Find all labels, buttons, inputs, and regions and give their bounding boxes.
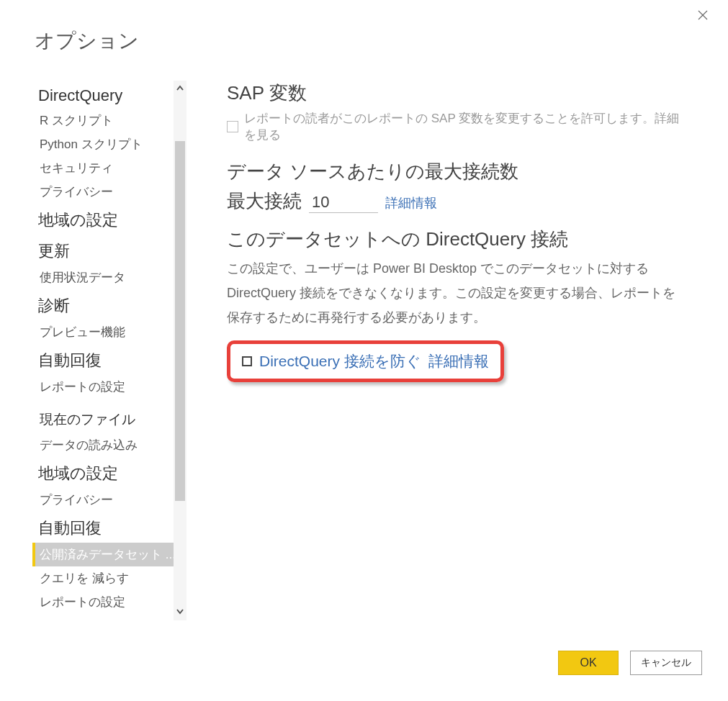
sap-desc: レポートの読者がこのレポートの SAP 変数を変更することを許可します。詳細を見…	[244, 110, 688, 143]
main-panel: SAP 変数 レポートの読者がこのレポートの SAP 変数を変更することを許可し…	[227, 81, 688, 620]
scroll-track[interactable]	[174, 98, 187, 603]
sidebar-item-regional-2[interactable]: 地域の設定	[32, 457, 174, 488]
sidebar-item-report-settings[interactable]: レポートの設定	[32, 375, 174, 399]
sidebar-item-privacy[interactable]: プライバシー	[32, 180, 174, 204]
dq-more-link[interactable]: 詳細情報	[428, 351, 489, 371]
ok-button[interactable]: OK	[558, 651, 619, 675]
maxconn-more-link[interactable]: 詳細情報	[385, 194, 437, 212]
sidebar-item-regional[interactable]: 地域の設定	[32, 204, 174, 235]
dialog-footer: OK キャンセル	[558, 651, 702, 675]
sap-title: SAP 変数	[227, 81, 688, 106]
sidebar-item-directquery[interactable]: DirectQuery	[32, 81, 174, 109]
sidebar: DirectQuery R スクリプト Python スクリプト セキュリティ …	[32, 81, 174, 620]
dq-prevent-label: DirectQuery 接続を防ぐ	[259, 351, 421, 371]
sidebar-item-privacy-2[interactable]: プライバシー	[32, 488, 174, 512]
dq-prevent-highlight: DirectQuery 接続を防ぐ 詳細情報	[227, 340, 504, 382]
cancel-button[interactable]: キャンセル	[630, 651, 702, 675]
dialog-title: オプション	[0, 0, 728, 55]
sidebar-item-diagnostics[interactable]: 診断	[32, 289, 174, 320]
sidebar-item-python-script[interactable]: Python スクリプト	[32, 132, 174, 156]
sidebar-item-auto-recovery[interactable]: 自動回復	[32, 344, 174, 375]
sidebar-item-report-settings-2[interactable]: レポートの設定	[32, 590, 174, 614]
sidebar-scrollbar[interactable]	[174, 81, 187, 620]
dq-title: このデータセットへの DirectQuery 接続	[227, 227, 688, 252]
sidebar-item-auto-recovery-2[interactable]: 自動回復	[32, 512, 174, 543]
sidebar-item-r-script[interactable]: R スクリプト	[32, 109, 174, 132]
sidebar-item-usage-data[interactable]: 使用状況データ	[32, 266, 174, 289]
maxconn-label: 最大接続	[227, 189, 302, 214]
sidebar-item-security[interactable]: セキュリティ	[32, 156, 174, 180]
maxconn-title: データ ソースあたりの最大接続数	[227, 159, 688, 184]
scroll-down-icon[interactable]	[176, 606, 184, 618]
sidebar-item-preview-features[interactable]: プレビュー機能	[32, 320, 174, 344]
maxconn-input[interactable]	[309, 193, 378, 213]
close-button[interactable]	[696, 9, 714, 26]
scroll-thumb[interactable]	[175, 141, 185, 501]
sidebar-section-current-file: 現在のファイル	[32, 399, 174, 433]
scroll-up-icon[interactable]	[176, 83, 184, 95]
sap-checkbox[interactable]	[227, 121, 238, 132]
dq-desc: この設定で、ユーザーは Power BI Desktop でこのデータセットに対…	[227, 256, 688, 330]
dq-prevent-checkbox[interactable]	[242, 356, 252, 366]
sidebar-item-published-dataset[interactable]: 公開済みデータセット ...	[32, 543, 174, 566]
sidebar-item-data-load[interactable]: データの読み込み	[32, 433, 174, 457]
sidebar-item-updates[interactable]: 更新	[32, 235, 174, 266]
sidebar-item-query-reduction[interactable]: クエリを 減らす	[32, 566, 174, 590]
